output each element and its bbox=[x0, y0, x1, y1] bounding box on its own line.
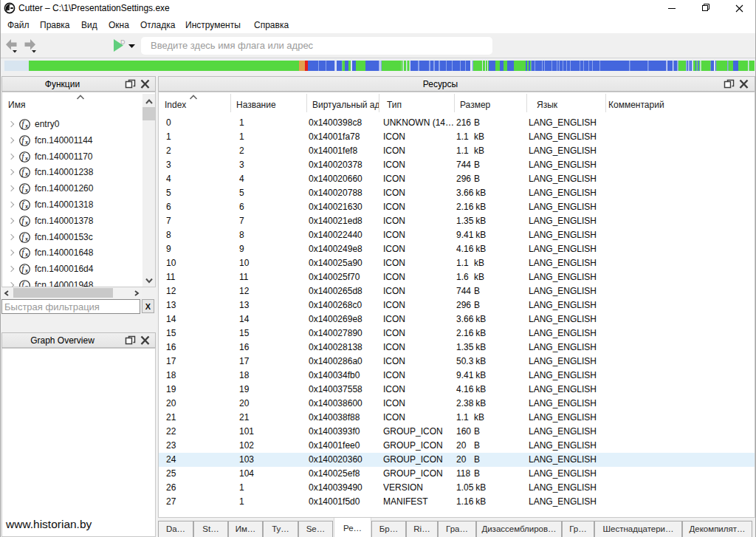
svg-text:x: x bbox=[25, 204, 28, 209]
svg-text:x: x bbox=[25, 155, 28, 160]
svg-text:x: x bbox=[25, 220, 28, 225]
svg-text:x: x bbox=[25, 236, 28, 241]
svg-text:D: D bbox=[120, 38, 126, 46]
svg-text:x: x bbox=[25, 171, 28, 177]
svg-text:x: x bbox=[25, 188, 28, 193]
svg-text:x: x bbox=[25, 123, 28, 129]
svg-text:x: x bbox=[25, 268, 28, 273]
svg-text:x: x bbox=[25, 140, 28, 145]
svg-text:x: x bbox=[25, 252, 28, 257]
